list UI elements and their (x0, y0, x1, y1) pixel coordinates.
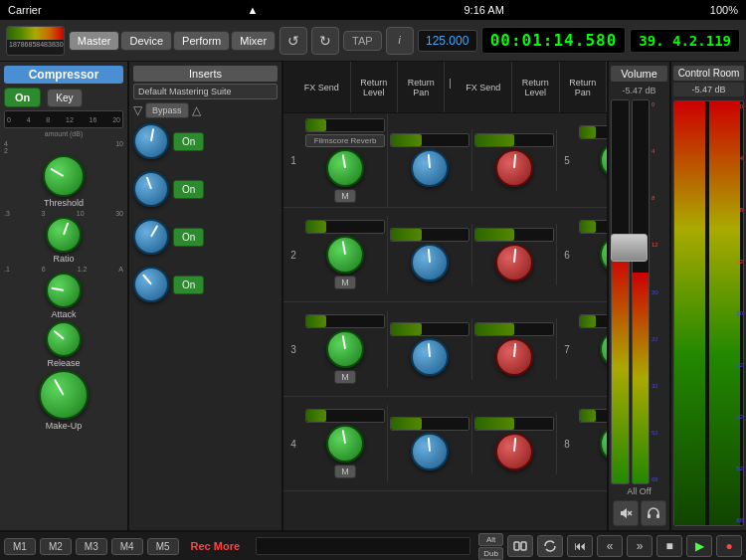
release-knob[interactable] (46, 321, 82, 357)
arrow-up-icon[interactable]: △ (192, 103, 201, 117)
loop-btn[interactable] (537, 535, 563, 557)
fx-send-header: FX Send (293, 62, 351, 112)
vol-scale-4: 4 (652, 148, 667, 154)
insert-knob-3 (133, 219, 169, 255)
dub-btn[interactable]: Dub (478, 547, 503, 560)
return-level-fader-3[interactable] (390, 322, 469, 336)
mute-btn[interactable] (613, 500, 639, 526)
volume-db: -5.47 dB (622, 86, 655, 95)
bypass-btn[interactable]: Bypass (145, 102, 189, 118)
device-btn[interactable]: Device (120, 31, 172, 51)
compressor-on-btn[interactable]: On (4, 88, 41, 107)
fx-send-fader-5[interactable] (579, 125, 607, 139)
insert-knob-blue-1[interactable] (133, 123, 169, 159)
fx-send-fader-2[interactable] (305, 220, 385, 234)
return-level-fader-4[interactable] (390, 417, 469, 431)
fx-send-fader-6[interactable] (579, 220, 607, 234)
ratio-knob[interactable] (46, 217, 82, 253)
attack-label: Attack (51, 309, 76, 319)
tap-btn[interactable]: TAP (343, 31, 382, 51)
return-pan-fader-1[interactable] (474, 133, 554, 147)
fx-rows: 1 Filmscore Reverb M (283, 113, 607, 530)
redo-btn[interactable]: ↻ (311, 27, 339, 55)
return-pan-knob-1[interactable] (495, 149, 533, 187)
fx-send-knob-1[interactable] (326, 149, 364, 187)
fx-send-knob-8[interactable] (600, 425, 607, 463)
insert-on-1[interactable]: On (173, 132, 204, 151)
alt-btn[interactable]: Alt (478, 533, 503, 546)
fx-mute-3[interactable]: M (334, 370, 356, 384)
fx-send-fader-8[interactable] (579, 409, 607, 423)
volume-fader-handle[interactable] (611, 234, 648, 262)
insert-on-4[interactable]: On (173, 276, 204, 294)
stop-btn[interactable]: ■ (656, 535, 682, 557)
record-btn[interactable]: ● (716, 535, 742, 557)
fx-mute-1[interactable]: M (334, 189, 356, 203)
return-level-knob-2[interactable] (411, 244, 449, 281)
undo-btn[interactable]: ↺ (280, 27, 307, 55)
track-m5-btn[interactable]: M5 (147, 538, 179, 555)
key-btn[interactable]: Key (47, 89, 82, 107)
return-pan-knob-4[interactable] (495, 433, 533, 470)
threshold-knob[interactable] (43, 155, 85, 197)
arrow-down-icon[interactable]: ▽ (133, 103, 142, 117)
insert-on-2[interactable]: On (173, 180, 204, 199)
insert-knob-blue-4[interactable] (133, 267, 169, 302)
snap-btn[interactable] (507, 535, 533, 557)
return-pan-fader-4[interactable] (474, 417, 554, 431)
rec-more-btn[interactable]: Rec More (183, 538, 249, 554)
rewind-btn[interactable]: « (597, 535, 623, 557)
insert-knob-blue-2[interactable] (133, 171, 169, 207)
fx-mute-2[interactable]: M (334, 276, 356, 289)
fx-send-knob-6[interactable] (600, 236, 607, 274)
master-btn[interactable]: Master (69, 31, 120, 51)
rewind-to-start-btn[interactable]: ⏮ (567, 535, 593, 557)
fx-row-num-4: 4 (283, 439, 303, 450)
control-room-name: -5.47 dB (673, 83, 744, 96)
perform-btn[interactable]: Perform (173, 31, 230, 51)
return-level-cell-1 (388, 129, 472, 191)
preset-name: Default Mastering Suite (133, 84, 278, 99)
main-area: Compressor On Key 048121620 amount (dB) … (0, 62, 746, 530)
insert-knob-blue-3[interactable] (133, 219, 169, 255)
fx-send-knob-3[interactable] (326, 330, 364, 368)
track-m3-btn[interactable]: M3 (76, 538, 107, 555)
return-pan-knob-2[interactable] (495, 244, 533, 281)
thresh-scale-right: 10 (115, 140, 123, 147)
info-btn[interactable]: i (386, 27, 414, 55)
fx-send-fader-1[interactable] (305, 118, 385, 132)
track-m2-btn[interactable]: M2 (40, 538, 72, 555)
fx-send-fader-7[interactable] (579, 314, 607, 328)
threshold-wrap: 4 10 2 Threshold (4, 140, 123, 208)
fx-send-knob-4[interactable] (326, 425, 364, 463)
amount-label: amount (dB) (4, 130, 123, 137)
volume-panel: Volume -5.47 dB 0 4 8 12 20 22 (607, 62, 671, 530)
return-pan-fader-2[interactable] (474, 228, 554, 242)
play-btn[interactable]: ▶ (686, 535, 712, 557)
fx-send-knob-7[interactable] (600, 330, 607, 368)
inserts-title: Inserts (133, 66, 278, 82)
fx-mute-4[interactable]: M (334, 465, 356, 478)
return-level-fader-2[interactable] (390, 228, 469, 242)
fx-send-fader-3[interactable] (305, 314, 385, 328)
return-pan-fader-3[interactable] (474, 322, 554, 336)
return-level-knob-1[interactable] (411, 149, 449, 187)
fast-forward-btn[interactable]: » (627, 535, 653, 557)
return-pan-knob-3[interactable] (495, 338, 533, 376)
track-m4-btn[interactable]: M4 (111, 538, 143, 555)
headphone-btn[interactable] (641, 500, 666, 526)
return-level-knob-3[interactable] (411, 338, 449, 376)
makeup-knob[interactable] (39, 370, 89, 420)
fx-send-knob-5[interactable] (600, 141, 607, 179)
mixer-btn[interactable]: Mixer (231, 31, 276, 51)
return-level-knob-4[interactable] (411, 433, 449, 470)
insert-on-3[interactable]: On (173, 228, 204, 247)
insert-row-1: On (133, 121, 278, 161)
track-m1-btn[interactable]: M1 (4, 538, 36, 555)
insert-knob-4 (133, 267, 169, 302)
return-level-fader-1[interactable] (390, 133, 469, 147)
fx-send-knob-2[interactable] (326, 236, 364, 274)
fx-send-fader-4[interactable] (305, 409, 385, 423)
attack-knob[interactable] (46, 273, 82, 308)
cr-meter-bar-left (674, 101, 705, 525)
